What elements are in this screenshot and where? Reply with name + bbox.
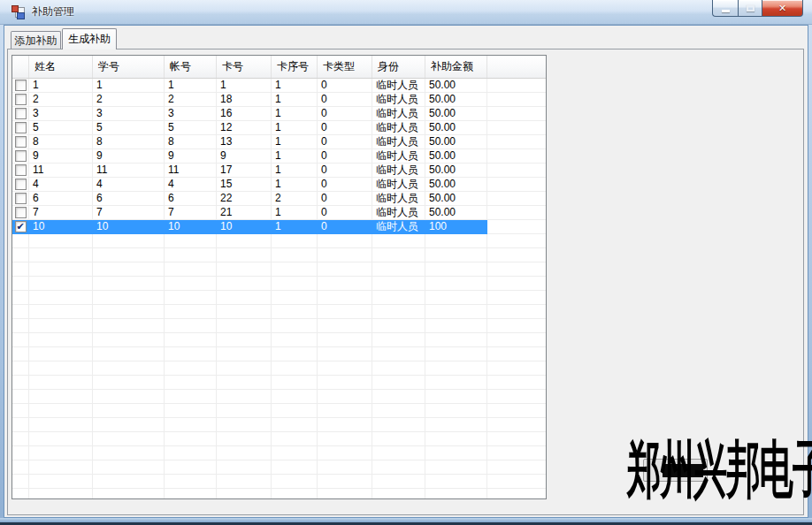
table-row[interactable]: 999910临时人员50.00 [12,149,546,164]
empty-cell [318,234,372,248]
row-checkbox[interactable] [15,136,27,148]
empty-cell [165,446,217,460]
row-checkbox[interactable] [15,94,27,105]
minimize-button[interactable] [712,0,738,17]
empty-cell [217,432,272,446]
empty-cell [12,333,29,347]
column-header[interactable]: 卡类型 [318,56,372,78]
table-row[interactable]: 7772110临时人员50.00 [12,206,546,220]
cell-filler [487,446,546,460]
row-select-cell[interactable] [12,93,29,107]
table-row[interactable]: ✔1010101010临时人员100 [12,220,546,234]
table-row[interactable]: 5551210临时人员50.00 [12,121,546,135]
close-button[interactable]: ✕ [762,0,803,17]
empty-cell [12,390,29,404]
cell-filler [487,220,546,234]
table-cell: 0 [318,164,372,178]
column-header[interactable]: 卡序号 [272,56,318,78]
empty-cell [425,305,487,319]
table-row[interactable]: 111110临时人员50.00 [12,79,546,93]
row-checkbox[interactable] [15,108,27,119]
empty-cell [165,390,217,404]
table-row[interactable]: 8881310临时人员50.00 [12,135,546,149]
row-checkbox[interactable] [15,164,27,176]
column-header[interactable]: 学号 [93,56,165,78]
table-cell: 10 [165,220,217,234]
empty-cell [12,376,29,390]
row-select-cell[interactable] [12,206,29,220]
table-cell: 临时人员 [372,178,425,192]
empty-row [12,291,546,305]
table-row[interactable]: 4441510临时人员50.00 [12,178,546,192]
empty-cell [272,277,318,291]
row-select-cell[interactable] [12,192,29,206]
row-select-cell[interactable] [12,178,29,192]
empty-cell [372,460,425,475]
row-select-cell[interactable] [12,164,29,178]
table-cell: 50.00 [425,79,487,93]
tab-generate-subsidy[interactable]: 生成补助 [62,28,117,49]
column-header[interactable]: 姓名 [29,56,93,78]
row-checkbox[interactable] [15,179,27,190]
empty-cell [29,277,93,291]
cell-filler [487,319,546,333]
empty-cell [12,262,29,277]
empty-cell [12,432,29,446]
empty-cell [165,277,217,291]
table-row[interactable]: 6662220临时人员50.00 [12,192,546,206]
row-select-cell[interactable] [12,79,29,93]
table-row[interactable]: 3331610临时人员50.00 [12,107,546,121]
subsidy-data-grid[interactable]: 姓名学号帐号卡号卡序号卡类型身份补助金额 111110临时人员50.002221… [11,55,547,499]
empty-row [12,404,546,418]
row-checkbox[interactable] [15,193,27,204]
empty-cell [29,361,93,376]
table-cell: 2 [93,93,165,107]
table-cell: 0 [318,121,372,135]
row-checkbox[interactable] [15,150,27,162]
empty-row [12,234,546,248]
column-header[interactable]: 卡号 [217,56,272,78]
column-header[interactable]: 帐号 [165,56,217,78]
empty-cell [372,347,425,361]
table-cell: 1 [272,107,318,121]
row-checkbox[interactable] [15,122,27,133]
row-checkbox[interactable]: ✔ [15,221,27,232]
empty-cell [272,262,318,277]
empty-cell [12,361,29,376]
empty-cell [425,347,487,361]
empty-cell [217,418,272,432]
row-select-cell[interactable]: ✔ [12,220,29,234]
empty-cell [12,489,29,499]
table-row[interactable]: 2221810临时人员50.00 [12,93,546,107]
column-header[interactable]: 身份 [372,56,425,78]
empty-cell [425,277,487,291]
empty-cell [372,489,425,499]
empty-cell [165,319,217,333]
maximize-button[interactable] [738,0,762,17]
row-select-cell[interactable] [12,107,29,121]
table-row[interactable]: 1111111710临时人员50.00 [12,164,546,178]
empty-cell [93,390,165,404]
cell-filler [487,489,546,499]
row-checkbox[interactable] [15,80,27,91]
tab-add-subsidy[interactable]: 添加补助 [11,31,61,49]
table-cell: 2 [272,192,318,206]
row-checkbox[interactable] [15,207,27,218]
column-header[interactable]: 补助金额 [425,56,487,78]
table-cell: 6 [93,192,165,206]
empty-cell [29,376,93,390]
empty-cell [29,475,93,489]
row-select-cell[interactable] [12,121,29,135]
row-select-cell[interactable] [12,149,29,164]
empty-cell [318,376,372,390]
empty-row [12,277,546,291]
empty-cell [165,291,217,305]
empty-row [12,489,546,499]
empty-cell [93,248,165,262]
cell-filler [487,475,546,489]
table-cell: 100 [425,220,487,234]
header-filler [487,56,546,78]
table-cell: 临时人员 [372,135,425,149]
row-select-cell[interactable] [12,135,29,149]
empty-cell [272,418,318,432]
